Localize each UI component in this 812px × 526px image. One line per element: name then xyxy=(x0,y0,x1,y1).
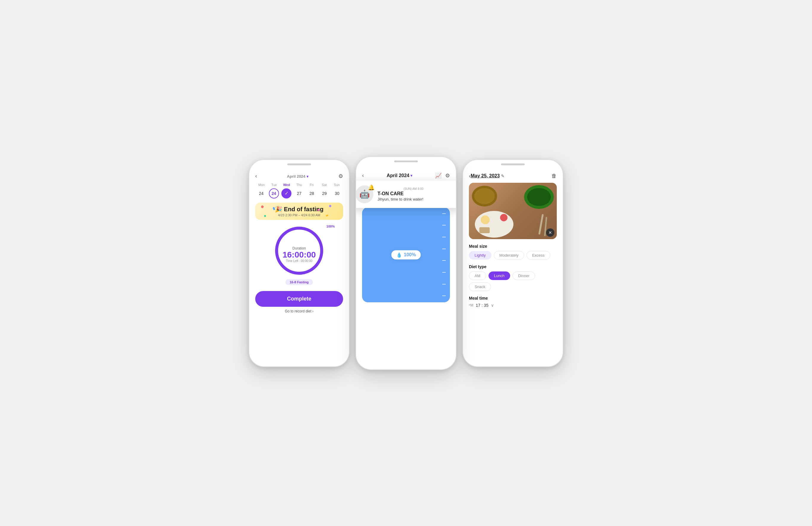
cal-day-fri: Fri xyxy=(305,183,318,187)
tag-moderately[interactable]: Moderately xyxy=(494,251,524,260)
cal-day-sat: Sat xyxy=(318,183,330,187)
p2-settings-icon[interactable]: ⚙ xyxy=(445,172,450,179)
food-photo xyxy=(469,183,557,239)
tag-lightly[interactable]: Lightly xyxy=(469,251,492,260)
meal-size-tags: Lightly Moderately Excess xyxy=(469,251,557,260)
diet-type-tags: AM Lunch Dinner Snack xyxy=(469,272,557,291)
fasting-banner: 🎉 End of fasting 4/23 2:30 PM – 4/24 6:3… xyxy=(255,203,343,220)
cal-date-24a[interactable]: 24 xyxy=(256,188,266,199)
avatar-icon: 🤖 xyxy=(359,189,370,199)
ring-percent: 100% xyxy=(327,224,335,228)
meal-size-label: Meal size xyxy=(469,244,557,249)
meal-time-row[interactable]: ᵖM 17 : 35 ∨ xyxy=(469,303,557,308)
meal-image: ✕ xyxy=(469,183,557,239)
tag-excess[interactable]: Excess xyxy=(526,251,550,260)
duration-time: 16:00:00 xyxy=(282,250,316,260)
record-diet-link[interactable]: Go to record diet › xyxy=(255,309,343,313)
water-percent-badge: 💧 100% xyxy=(391,250,421,259)
chart-icon[interactable]: 📈 xyxy=(435,172,441,179)
phone-fasting: ‹ April 2024 ▾ ⚙ Mon Tue Wed Thu Fri Sat… xyxy=(249,159,350,367)
phone1-header: ‹ April 2024 ▾ ⚙ xyxy=(255,173,343,179)
duration-label: Duration xyxy=(282,246,316,250)
tag-snack[interactable]: Snack xyxy=(469,282,491,291)
calendar: Mon Tue Wed Thu Fri Sat Sun 24 24 ✓ 27 2… xyxy=(255,183,343,199)
cal-day-wed: Wed xyxy=(280,183,293,187)
tag-am[interactable]: AM xyxy=(469,272,486,280)
cal-date-24b[interactable]: 24 xyxy=(269,188,279,199)
cal-date-28[interactable]: 28 xyxy=(307,188,317,199)
app-scene: ‹ April 2024 ▾ ⚙ Mon Tue Wed Thu Fri Sat… xyxy=(203,145,609,382)
p2-back-button[interactable]: ‹ xyxy=(362,172,364,179)
remove-image-button[interactable]: ✕ xyxy=(546,229,554,237)
phone2-header: ‹ April 2024 ▾ 📈 ⚙ xyxy=(362,172,450,179)
cal-day-mon: Mon xyxy=(255,183,268,187)
tag-lunch[interactable]: Lunch xyxy=(489,272,510,280)
cal-day-sun: Sun xyxy=(331,183,343,187)
notif-avatar: 🤖 🔔 xyxy=(356,186,373,203)
water-percent: 100% xyxy=(404,252,416,258)
back-button[interactable]: ‹ xyxy=(255,173,257,179)
diet-type-label: Diet type xyxy=(469,264,557,269)
notification-popup: 🤖 🔔 (SUN) AM 8:00 T-ON CARE Jihyun, time… xyxy=(356,181,456,208)
meal-time-value: 17 : 35 xyxy=(476,303,489,308)
fasting-type-badge: 16-8 Fasting xyxy=(286,279,313,285)
p2-month-title: April 2024 ▾ xyxy=(387,173,412,178)
fasting-subtitle: 4/23 2:30 PM – 4/24 6:30 AM xyxy=(260,213,338,217)
phone-water: 🤖 🔔 (SUN) AM 8:00 T-ON CARE Jihyun, time… xyxy=(356,156,456,370)
notif-body: Jihyun, time to drink water! xyxy=(377,197,423,202)
cal-day-thu: Thu xyxy=(293,183,305,187)
bell-icon: 🔔 xyxy=(368,184,375,191)
water-tank: 💧 100% xyxy=(362,207,450,302)
phone-meal: ‹ May 25, 2023 ✎ 🗑 xyxy=(462,159,563,367)
complete-button[interactable]: Complete xyxy=(255,291,343,307)
month-title: April 2024 ▾ xyxy=(287,174,309,179)
phone3-header: ‹ May 25, 2023 ✎ 🗑 xyxy=(469,173,557,179)
cal-date-29[interactable]: 29 xyxy=(319,188,330,199)
tag-dinner[interactable]: Dinner xyxy=(512,272,535,280)
time-chevron-icon[interactable]: ∨ xyxy=(491,303,494,308)
edit-icon[interactable]: ✎ xyxy=(501,174,505,178)
notif-time: (SUN) AM 8:00 xyxy=(377,187,423,190)
cal-day-tue: Tue xyxy=(268,183,280,187)
cal-date-27[interactable]: 27 xyxy=(294,188,304,199)
time-left: Time Left : 00:00:00 xyxy=(282,259,316,263)
drop-icon: 💧 xyxy=(396,252,402,258)
meal-time-label: Meal time xyxy=(469,296,557,301)
cal-date-checked[interactable]: ✓ xyxy=(281,188,291,199)
fasting-ring: 100% Duration 16:00:00 Time Left : 00:00… xyxy=(255,224,343,285)
meal-date-title: May 25, 2023 xyxy=(471,173,500,179)
meal-time-prefix: ᵖM xyxy=(469,303,473,307)
water-scale xyxy=(442,213,446,296)
cal-date-30[interactable]: 30 xyxy=(332,188,342,199)
settings-icon[interactable]: ⚙ xyxy=(338,173,343,179)
notif-title: T-ON CARE xyxy=(377,191,423,196)
fasting-title-text: 🎉 End of fasting xyxy=(260,206,338,213)
trash-icon[interactable]: 🗑 xyxy=(551,173,557,179)
